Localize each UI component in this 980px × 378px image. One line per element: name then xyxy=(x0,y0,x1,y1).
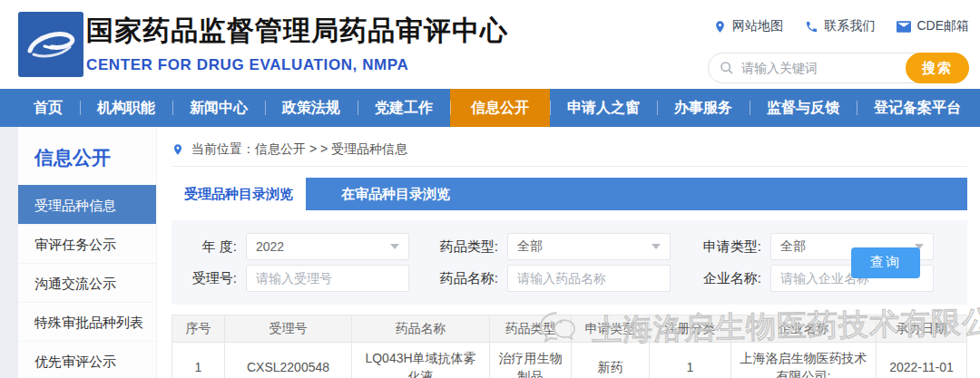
sidebar-item-priority-review[interactable]: 优先审评公示 xyxy=(18,341,156,378)
location-pin-icon xyxy=(713,20,727,34)
cde-website-page: 国家药品监督管理局药品审评中心 CENTER FOR DRUG EVALUATI… xyxy=(0,0,980,378)
col-header-company: 企业名称 xyxy=(731,315,877,343)
table-row: 1 CXSL2200548 LQ043H单域抗体雾化液 治疗用生物制品 新药 1… xyxy=(172,343,967,378)
site-title-cn: 国家药品监督管理局药品审评中心 xyxy=(86,13,508,50)
cell-drug-type: 治疗用生物制品 xyxy=(490,343,572,378)
sitemap-label: 网站地图 xyxy=(732,18,783,34)
nav-item-registration-platform[interactable]: 登记备案平台 xyxy=(857,89,978,127)
mail-icon xyxy=(897,21,911,33)
search-input[interactable] xyxy=(734,61,906,75)
filter-panel: 年 度: 2022 药品类型: 全部 申请类型: 全部 xyxy=(172,220,967,305)
header-quicklinks: 网站地图 联系我们 CDE邮箱 xyxy=(713,18,969,34)
cell-index: 1 xyxy=(172,343,225,378)
cell-drug-name: LQ043H单域抗体雾化液 xyxy=(352,343,490,378)
contact-us-label: 联系我们 xyxy=(824,18,875,34)
breadcrumb: 当前位置：信息公开 > > 受理品种信息 xyxy=(172,132,967,167)
sidebar-item-communication[interactable]: 沟通交流公示 xyxy=(18,263,156,302)
site-header: 国家药品监督管理局药品审评中心 CENTER FOR DRUG EVALUATI… xyxy=(0,0,980,89)
col-header-index: 序号 xyxy=(172,315,225,343)
acceptance-no-input[interactable] xyxy=(246,265,409,292)
query-button[interactable]: 查询 xyxy=(851,247,920,278)
cell-acceptance-no: CXSL2200548 xyxy=(225,343,352,378)
sidebar-item-accepted-varieties[interactable]: 受理品种信息 xyxy=(18,185,156,224)
filter-row-1: 年 度: 2022 药品类型: 全部 申请类型: 全部 xyxy=(184,233,955,260)
nav-item-applicant-window[interactable]: 申请人之窗 xyxy=(550,89,657,127)
content-area: 信息公开 受理品种信息 审评任务公示 沟通交流公示 特殊审批品种列表 优先审评公… xyxy=(0,127,980,378)
drug-name-label: 药品名称: xyxy=(427,270,498,287)
col-header-drug-name: 药品名称 xyxy=(352,315,490,343)
sitemap-link[interactable]: 网站地图 xyxy=(713,18,783,34)
sidebar: 信息公开 受理品种信息 审评任务公示 沟通交流公示 特殊审批品种列表 优先审评公… xyxy=(18,127,157,378)
drug-type-label: 药品类型: xyxy=(427,238,498,256)
sidebar-title: 信息公开 xyxy=(18,127,156,185)
main-nav: 首页 机构职能 新闻中心 政策法规 党建工作 信息公开 申请人之窗 办事服务 监… xyxy=(0,89,980,127)
results-table: 序号 受理号 药品名称 药品类型 申请类型 注册分类 企业名称 承办日期 1 C… xyxy=(172,315,967,378)
search-button[interactable]: 搜索 xyxy=(906,53,969,83)
cell-handle-date: 2022-11-01 xyxy=(877,343,967,378)
tab-accepted-catalog[interactable]: 受理品种目录浏览 xyxy=(172,178,306,210)
table-header-row: 序号 受理号 药品名称 药品类型 申请类型 注册分类 企业名称 承办日期 xyxy=(172,315,967,343)
year-select-value: 2022 xyxy=(256,239,284,254)
acceptance-no-label: 受理号: xyxy=(184,270,237,287)
contact-us-link[interactable]: 联系我们 xyxy=(805,18,875,34)
tab-bar: 受理品种目录浏览 在审品种目录浏览 xyxy=(172,178,967,210)
company-name-label: 企业名称: xyxy=(691,270,761,287)
drug-name-input[interactable] xyxy=(507,265,671,292)
col-header-acceptance-no: 受理号 xyxy=(225,315,352,343)
tab-under-review-catalog[interactable]: 在审品种目录浏览 xyxy=(318,178,473,210)
search-icon xyxy=(720,61,734,75)
col-header-drug-type: 药品类型 xyxy=(490,315,572,343)
cell-company: 上海洛启生物医药技术有限公司; xyxy=(731,343,877,378)
phone-icon xyxy=(805,20,818,34)
left-gutter xyxy=(0,127,18,378)
filter-row-2: 受理号: 药品名称: 企业名称: xyxy=(184,265,955,292)
year-select[interactable]: 2022 xyxy=(246,233,409,260)
col-header-handle-date: 承办日期 xyxy=(877,315,967,343)
site-title-en: CENTER FOR DRUG EVALUATION, NMPA xyxy=(86,56,508,74)
apply-type-select-value: 全部 xyxy=(780,238,806,255)
main-panel: 当前位置：信息公开 > > 受理品种信息 受理品种目录浏览 在审品种目录浏览 年… xyxy=(157,127,980,378)
nav-item-home[interactable]: 首页 xyxy=(16,89,80,127)
nav-item-party[interactable]: 党建工作 xyxy=(358,89,450,127)
col-header-apply-type: 申请类型 xyxy=(572,315,650,343)
nav-item-functions[interactable]: 机构职能 xyxy=(80,89,172,127)
apply-type-label: 申请类型: xyxy=(691,238,761,256)
site-titles: 国家药品监督管理局药品审评中心 CENTER FOR DRUG EVALUATI… xyxy=(86,13,508,74)
nav-item-info-disclosure[interactable]: 信息公开 xyxy=(450,89,550,127)
cell-apply-type: 新药 xyxy=(572,343,650,378)
chevron-down-icon xyxy=(652,244,661,249)
col-header-registration-class: 注册分类 xyxy=(650,315,731,343)
drug-type-select[interactable]: 全部 xyxy=(507,233,671,260)
year-label: 年 度: xyxy=(184,238,237,256)
site-search: 搜索 xyxy=(708,53,969,83)
fish-swoosh-icon xyxy=(24,22,77,67)
nav-item-policies[interactable]: 政策法规 xyxy=(265,89,358,127)
sidebar-item-review-tasks[interactable]: 审评任务公示 xyxy=(18,224,156,263)
cde-mail-link[interactable]: CDE邮箱 xyxy=(897,18,969,34)
breadcrumb-label: 当前位置：信息公开 > > 受理品种信息 xyxy=(191,141,407,158)
nav-item-services[interactable]: 办事服务 xyxy=(657,89,750,127)
chevron-down-icon xyxy=(390,244,399,249)
cell-registration-class: 1 xyxy=(650,343,731,378)
cde-mail-label: CDE邮箱 xyxy=(916,18,969,34)
sidebar-item-special-approval[interactable]: 特殊审批品种列表 xyxy=(18,302,156,341)
nav-item-supervision-feedback[interactable]: 监督与反馈 xyxy=(750,89,857,127)
nav-item-news[interactable]: 新闻中心 xyxy=(172,89,265,127)
drug-type-select-value: 全部 xyxy=(517,238,543,255)
breadcrumb-pin-icon xyxy=(172,143,184,156)
cde-logo xyxy=(18,12,83,77)
